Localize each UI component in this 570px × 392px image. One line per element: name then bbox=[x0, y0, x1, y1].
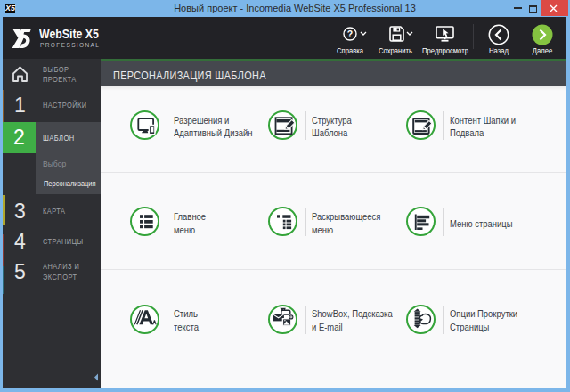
svg-text:?: ? bbox=[347, 29, 353, 39]
